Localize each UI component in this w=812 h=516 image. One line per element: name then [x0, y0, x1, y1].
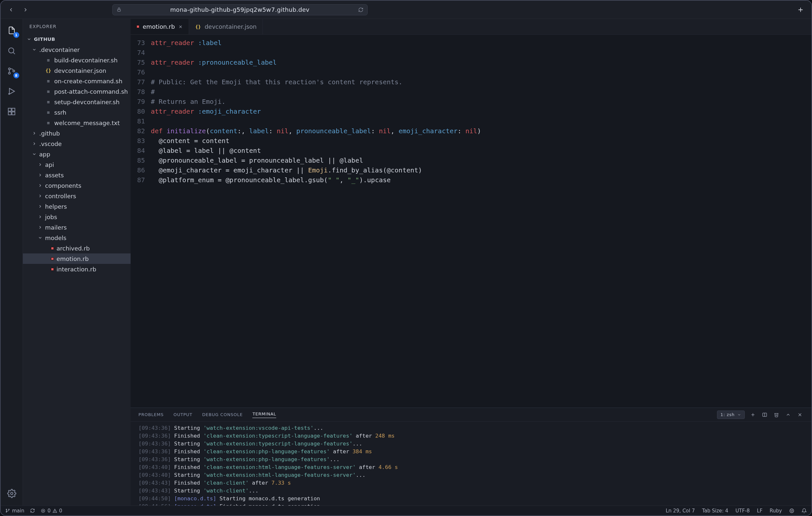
folder-item[interactable]: assets: [23, 170, 130, 180]
reload-icon[interactable]: [358, 7, 364, 12]
folder-item[interactable]: models: [23, 232, 130, 243]
bottom-panel: PROBLEMSOUTPUTDEBUG CONSOLETERMINAL 1: z…: [130, 408, 811, 506]
nav-back-button[interactable]: [5, 4, 17, 16]
folder-item[interactable]: .vscode: [23, 139, 130, 149]
tree-label: build-devcontainer.sh: [54, 57, 118, 64]
run-debug-icon[interactable]: [5, 85, 18, 97]
nav-forward-button[interactable]: [20, 4, 31, 16]
folder-item[interactable]: components: [23, 180, 130, 191]
tree-label: .vscode: [39, 140, 62, 147]
close-panel-button[interactable]: [796, 412, 804, 418]
folder-item[interactable]: mailers: [23, 222, 130, 232]
file-item[interactable]: ≡build-devcontainer.sh: [23, 55, 130, 65]
svg-point-33: [792, 510, 792, 511]
folder-item[interactable]: .github: [23, 128, 130, 139]
tree-label: interaction.rb: [57, 266, 96, 273]
tree-label: api: [45, 161, 54, 168]
tree-label: assets: [45, 172, 64, 179]
tree-label: emotion.rb: [57, 255, 89, 262]
chevron-down-icon: [27, 37, 31, 41]
chevron-down-icon: [32, 47, 36, 52]
sync-button[interactable]: [30, 508, 35, 513]
svg-point-23: [6, 509, 7, 510]
folder-item[interactable]: jobs: [23, 211, 130, 222]
tab-label: emotion.rb: [143, 23, 175, 30]
notifications-icon[interactable]: [802, 508, 807, 513]
svg-point-24: [6, 511, 7, 512]
chevron-right-icon: [32, 141, 36, 146]
file-icon: ≡: [45, 89, 52, 94]
address-bar[interactable]: mona-github-github-g59jpq2w5w7.github.de…: [112, 4, 368, 16]
source-control-icon[interactable]: 8: [5, 65, 18, 77]
editor-tab[interactable]: {}devcontainer.json: [189, 19, 263, 34]
svg-point-7: [13, 70, 15, 72]
settings-icon[interactable]: [5, 487, 18, 500]
new-terminal-button[interactable]: [749, 412, 756, 418]
lock-icon: [117, 7, 121, 12]
panel-tab[interactable]: TERMINAL: [252, 411, 276, 418]
tree-label: post-attach-command.sh: [54, 88, 128, 95]
language-mode[interactable]: Ruby: [770, 508, 782, 514]
folder-item[interactable]: .devcontainer: [23, 45, 130, 55]
folder-item[interactable]: helpers: [23, 201, 130, 211]
chevron-right-icon: [38, 194, 42, 198]
svg-rect-11: [12, 108, 15, 111]
feedback-icon[interactable]: [789, 508, 794, 513]
file-item[interactable]: {}devcontainer.json: [23, 65, 130, 76]
address-url: mona-github-github-g59jpq2w5w7.github.de…: [125, 6, 354, 13]
tree-label: setup-devcontainer.sh: [54, 98, 119, 106]
code-editor[interactable]: 73attr_reader :label7475attr_reader :pro…: [130, 35, 811, 408]
svg-point-14: [10, 492, 13, 495]
panel-tab[interactable]: PROBLEMS: [139, 412, 164, 417]
ruby-icon: [51, 257, 54, 260]
chevron-down-icon: [32, 152, 36, 156]
svg-point-31: [790, 509, 794, 513]
ruby-icon: [51, 268, 54, 271]
split-terminal-button[interactable]: [761, 412, 768, 418]
close-tab-button[interactable]: [178, 25, 183, 29]
file-item[interactable]: ≡on-create-command.sh: [23, 76, 130, 86]
sidebar-title: EXPLORER: [23, 19, 130, 34]
panel-tab[interactable]: DEBUG CONSOLE: [202, 412, 242, 417]
file-item[interactable]: ≡welcome_message.txt: [23, 118, 130, 128]
explorer-icon[interactable]: 1: [5, 24, 18, 36]
new-tab-button[interactable]: [794, 4, 807, 16]
encoding[interactable]: UTF-8: [735, 508, 750, 514]
editor-tab[interactable]: emotion.rb: [130, 19, 189, 34]
file-item[interactable]: ≡ssrh: [23, 107, 130, 118]
folder-item[interactable]: api: [23, 160, 130, 170]
folder-item[interactable]: app: [23, 149, 130, 160]
file-icon: ≡: [45, 120, 52, 125]
terminal-selector[interactable]: 1: zsh: [717, 410, 745, 419]
terminal-output[interactable]: [09:43:36] Starting 'watch-extension:vsc…: [130, 422, 811, 506]
panel-tabs: PROBLEMSOUTPUTDEBUG CONSOLETERMINAL 1: z…: [130, 408, 811, 422]
errors-warnings[interactable]: 0 0: [41, 508, 62, 514]
file-item[interactable]: ≡setup-devcontainer.sh: [23, 97, 130, 107]
tree-label: .github: [39, 130, 60, 137]
json-icon: {}: [195, 24, 201, 29]
chevron-right-icon: [38, 214, 42, 219]
folder-item[interactable]: controllers: [23, 191, 130, 201]
eol[interactable]: LF: [757, 508, 762, 514]
chevron-right-icon: [38, 204, 42, 209]
panel-tab[interactable]: OUTPUT: [173, 412, 192, 417]
tab-size[interactable]: Tab Size: 4: [702, 508, 728, 514]
file-item[interactable]: archived.rb: [23, 243, 130, 253]
file-icon: ≡: [45, 110, 52, 115]
trash-terminal-button[interactable]: [773, 412, 780, 418]
svg-rect-10: [8, 108, 11, 111]
line-number: 85: [130, 155, 151, 165]
extensions-icon[interactable]: [5, 105, 18, 118]
ruby-icon: [137, 25, 139, 28]
file-item[interactable]: emotion.rb: [23, 253, 130, 264]
activity-bar: 1 8: [1, 19, 23, 506]
cursor-position[interactable]: Ln 29, Col 7: [666, 508, 695, 514]
maximize-panel-button[interactable]: [785, 412, 792, 418]
search-icon[interactable]: [5, 45, 18, 57]
file-item[interactable]: ≡post-attach-command.sh: [23, 86, 130, 97]
git-branch[interactable]: main: [5, 508, 24, 514]
file-icon: ≡: [45, 78, 52, 84]
file-item[interactable]: interaction.rb: [23, 264, 130, 274]
chevron-right-icon: [32, 131, 36, 136]
repo-root[interactable]: GITHUB: [23, 34, 130, 45]
